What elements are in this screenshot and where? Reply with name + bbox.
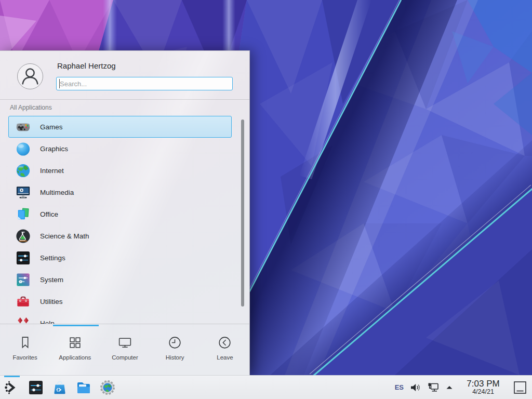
keyboard-layout-indicator[interactable]: ES [395, 383, 404, 391]
tab-label: Favorites [12, 354, 37, 361]
task-launchers [0, 379, 116, 396]
clock-time: 7:03 PM [461, 379, 506, 389]
category-label: Games [40, 123, 63, 131]
application-launcher-menu: Raphael Hertzog All Applications [0, 50, 250, 375]
computer-icon [117, 335, 132, 350]
favorites-icon [18, 335, 33, 350]
utilities-icon [15, 294, 31, 310]
multimedia-icon [15, 184, 31, 201]
settings-icon [15, 250, 31, 266]
applications-icon [68, 335, 83, 350]
category-label: Help [40, 320, 55, 324]
category-label: System [40, 276, 63, 284]
category-label: Graphics [40, 145, 68, 153]
active-task-indicator [4, 376, 20, 377]
volume-icon[interactable] [409, 381, 422, 394]
clock-date: 4/24/21 [461, 389, 506, 395]
section-label: All Applications [10, 104, 52, 111]
category-list: Games Graphics [0, 116, 250, 324]
show-desktop-button[interactable] [512, 380, 528, 395]
internet-icon [15, 163, 31, 179]
category-label: Settings [40, 254, 65, 262]
tab-applications[interactable]: Applications [50, 326, 100, 376]
text-cursor [59, 79, 60, 88]
category-label: Multimedia [40, 189, 74, 196]
tab-computer[interactable]: Computer [100, 326, 150, 376]
app-launcher-button[interactable] [4, 379, 20, 396]
app-launcher-icon [4, 379, 20, 396]
discover-icon [51, 379, 68, 396]
games-icon [15, 119, 31, 135]
category-utilities[interactable]: Utilities [8, 290, 232, 312]
digital-clock[interactable]: 7:03 PM 4/24/21 [461, 379, 506, 395]
launcher-header: Raphael Hertzog [0, 51, 249, 99]
category-label: Science & Math [40, 232, 89, 240]
header-separator [0, 99, 249, 100]
user-avatar[interactable] [17, 63, 43, 89]
tab-label: Leave [217, 354, 233, 361]
system-icon [15, 272, 31, 288]
system-settings-button[interactable] [28, 379, 44, 396]
science-icon [15, 228, 31, 244]
category-settings[interactable]: Settings [8, 247, 232, 269]
tab-favorites[interactable]: Favorites [0, 326, 50, 376]
tabbar-separator [0, 324, 249, 324]
category-system[interactable]: System [8, 269, 232, 290]
tab-history[interactable]: History [150, 326, 200, 376]
graphics-icon [15, 141, 31, 157]
category-graphics[interactable]: Graphics [8, 138, 232, 159]
tab-label: Computer [112, 354, 138, 361]
help-icon [15, 315, 31, 324]
category-label: Utilities [40, 298, 63, 305]
user-icon [18, 64, 43, 89]
category-multimedia[interactable]: Multimedia [8, 181, 232, 203]
taskbar-panel: ES 7:03 PM 4/24/21 [0, 375, 532, 399]
category-help[interactable]: Help [8, 312, 232, 324]
file-manager-icon [75, 379, 92, 396]
discover-button[interactable] [51, 379, 68, 396]
scrollbar[interactable] [241, 119, 244, 307]
category-label: Internet [40, 167, 64, 175]
web-browser-button[interactable] [99, 379, 116, 396]
system-settings-icon [28, 379, 44, 396]
category-label: Office [40, 210, 58, 218]
category-office[interactable]: Office [8, 203, 232, 225]
history-icon [167, 335, 182, 350]
search-input[interactable] [56, 77, 233, 90]
tab-bar: Favorites Applications Computer [0, 326, 250, 376]
tab-leave[interactable]: Leave [200, 326, 250, 376]
file-manager-button[interactable] [75, 379, 92, 396]
web-browser-icon [99, 379, 116, 396]
office-icon [15, 206, 31, 222]
desktop: Raphael Hertzog All Applications [0, 0, 532, 399]
category-science-math[interactable]: Science & Math [8, 225, 232, 247]
system-tray: ES 7:03 PM 4/24/21 [395, 379, 532, 395]
leave-icon [217, 335, 232, 350]
category-games[interactable]: Games [8, 116, 232, 138]
tab-label: History [166, 354, 184, 361]
user-name: Raphael Hertzog [57, 61, 116, 70]
expand-tray-icon[interactable] [445, 383, 454, 392]
category-internet[interactable]: Internet [8, 159, 232, 181]
network-icon[interactable] [427, 381, 440, 394]
tab-label: Applications [59, 354, 91, 361]
